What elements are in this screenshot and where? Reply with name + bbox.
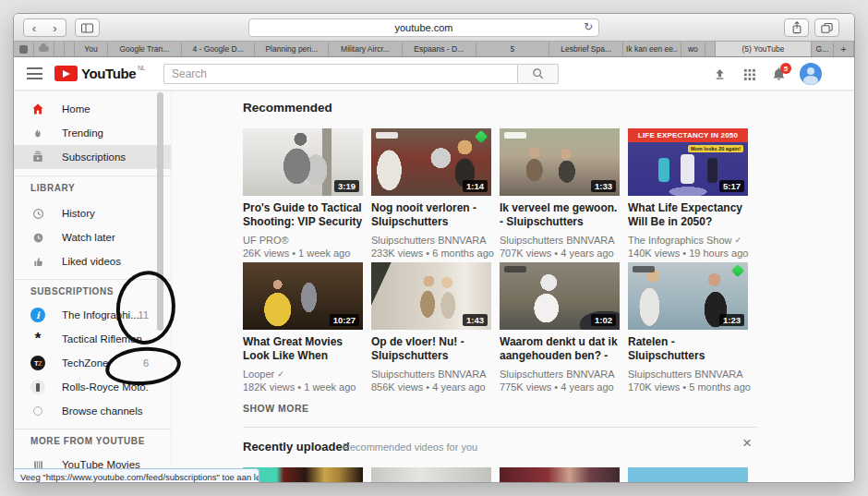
tab[interactable]: Espaans - D... bbox=[403, 42, 476, 56]
tab-blank[interactable] bbox=[65, 42, 75, 56]
section-title: Recommended bbox=[243, 101, 332, 115]
pinned-tab[interactable] bbox=[14, 42, 34, 56]
video-card[interactable]: 1:14 Nog nooit verloren - Sluipschutters… bbox=[371, 128, 491, 259]
show-more-button[interactable]: SHOW MORE bbox=[243, 403, 309, 414]
sidebar-toggle-button[interactable] bbox=[75, 18, 100, 37]
video-title[interactable]: Pro's Guide to Tactical Shooting: VIP Se… bbox=[243, 201, 363, 229]
youtube-header: YouTube NL 5 bbox=[14, 57, 854, 91]
apps-button[interactable] bbox=[741, 67, 757, 81]
more-from-youtube-heading: MORE FROM YOUTUBE bbox=[30, 436, 145, 446]
video-title[interactable]: What Life Expectancy Will Be in 2050? bbox=[628, 201, 748, 229]
clock-icon bbox=[30, 230, 45, 245]
search-button[interactable] bbox=[518, 64, 559, 84]
tab[interactable]: Lesbrief Spa... bbox=[549, 42, 623, 56]
sidebar-item-watch-later[interactable]: Watch later bbox=[14, 225, 171, 249]
video-thumbnail[interactable]: 10:27 bbox=[243, 262, 363, 330]
video-card[interactable] bbox=[371, 467, 491, 483]
video-card[interactable]: 1:23 Ratelen - Sluipschutters Sluipschut… bbox=[628, 262, 748, 393]
history-icon bbox=[30, 206, 45, 221]
notifications-button[interactable]: 5 bbox=[770, 67, 787, 81]
video-thumbnail[interactable]: 1:14 bbox=[371, 128, 491, 196]
tab[interactable]: G... bbox=[812, 42, 834, 56]
sidebar-item-browse-channels[interactable]: Browse channels bbox=[14, 399, 171, 423]
video-thumbnail-partial[interactable] bbox=[371, 467, 491, 483]
sidebar-item-history[interactable]: History bbox=[14, 201, 171, 225]
video-channel[interactable]: Looper✓ bbox=[243, 369, 363, 380]
tab[interactable]: wo bbox=[681, 42, 705, 56]
video-card[interactable] bbox=[243, 467, 363, 483]
tab[interactable]: Military Aircr... bbox=[329, 42, 403, 56]
new-tab-button[interactable]: + bbox=[834, 42, 854, 56]
pinned-tab-favicon bbox=[19, 45, 28, 54]
avatar-head-icon bbox=[807, 67, 814, 75]
video-title[interactable]: Ik verveel me gewoon. - Sluipschutters bbox=[500, 201, 620, 229]
sidebar-item-home[interactable]: Home bbox=[14, 97, 171, 121]
tab[interactable]: You bbox=[75, 42, 108, 56]
search-input[interactable] bbox=[163, 64, 518, 84]
video-thumbnail[interactable]: 3:19 bbox=[243, 128, 363, 196]
video-card[interactable]: 1:43 Op de vloer! Nu! - Sluipschutters S… bbox=[371, 262, 491, 393]
video-channel[interactable]: Sluipschutters BNNVARA bbox=[500, 369, 620, 380]
video-title[interactable]: Nog nooit verloren - Sluipschutters bbox=[371, 201, 491, 229]
tab[interactable]: Ik kan een ee.. bbox=[623, 42, 681, 56]
dismiss-section-button[interactable]: × bbox=[742, 434, 752, 453]
url-text: youtube.com bbox=[395, 22, 453, 33]
upload-button[interactable] bbox=[711, 67, 728, 81]
thumbnail-logo bbox=[504, 266, 526, 272]
pinned-tab[interactable] bbox=[34, 42, 54, 56]
tab[interactable]: 4 - Google D... bbox=[182, 42, 256, 56]
video-thumbnail[interactable]: LIFE EXPECTANCY IN 2050 Mom looks 20 aga… bbox=[628, 128, 748, 196]
video-card[interactable]: 3:19 Pro's Guide to Tactical Shooting: V… bbox=[243, 128, 363, 259]
video-row bbox=[243, 467, 748, 483]
tab[interactable]: Google Tran... bbox=[108, 42, 182, 56]
menu-icon[interactable] bbox=[27, 67, 42, 79]
video-channel[interactable]: Sluipschutters BNNVARA bbox=[371, 369, 491, 380]
video-meta: 775K views • 4 years ago bbox=[500, 381, 620, 393]
reload-icon[interactable]: ↻ bbox=[584, 20, 593, 33]
video-card[interactable]: 1:02 Waarom denkt u dat ik aangehouden b… bbox=[500, 262, 620, 393]
main-feed: Recommended 3:19 Pro's Guide to Tactical… bbox=[171, 91, 854, 482]
library-heading: LIBRARY bbox=[30, 183, 75, 193]
forward-button[interactable]: › bbox=[44, 18, 66, 37]
back-button[interactable]: ‹ bbox=[23, 18, 45, 37]
video-thumbnail-partial[interactable] bbox=[243, 467, 363, 483]
video-title[interactable]: Op de vloer! Nu! - Sluipschutters bbox=[371, 335, 491, 363]
video-title[interactable]: What Great Movies Look Like When Special… bbox=[243, 335, 363, 363]
address-bar[interactable]: youtube.com ↻ bbox=[248, 18, 599, 37]
video-channel[interactable]: Sluipschutters BNNVARA bbox=[628, 369, 748, 380]
video-card[interactable]: LIFE EXPECTANCY IN 2050 Mom looks 20 aga… bbox=[628, 128, 748, 259]
status-bar: Veeg "https://www.youtube.com/feed/subsc… bbox=[14, 468, 259, 483]
share-button[interactable] bbox=[784, 18, 809, 37]
sidebar-item-liked-videos[interactable]: Liked videos bbox=[14, 249, 171, 273]
tab-overview-button[interactable] bbox=[814, 18, 839, 37]
video-thumbnail-partial[interactable] bbox=[500, 467, 620, 483]
tabs-overview-icon bbox=[820, 21, 834, 34]
video-channel[interactable]: UF PRO® bbox=[243, 235, 363, 246]
bnnvara-badge-icon bbox=[475, 130, 488, 143]
tab[interactable]: 5 bbox=[476, 42, 550, 56]
tab-active-youtube[interactable]: (5) YouTube bbox=[716, 42, 812, 56]
video-card[interactable] bbox=[628, 467, 748, 483]
video-title[interactable]: Waarom denkt u dat ik aangehouden ben? - bbox=[500, 335, 620, 363]
video-thumbnail[interactable]: 1:33 bbox=[500, 128, 620, 196]
tab-blank[interactable] bbox=[54, 42, 65, 56]
account-avatar[interactable] bbox=[800, 63, 822, 85]
video-card[interactable]: 1:33 Ik verveel me gewoon. - Sluipschutt… bbox=[500, 128, 620, 259]
video-thumbnail[interactable]: 1:23 bbox=[628, 262, 748, 330]
video-channel[interactable]: Sluipschutters BNNVARA bbox=[500, 235, 620, 246]
video-card[interactable] bbox=[500, 467, 620, 483]
video-title[interactable]: Ratelen - Sluipschutters bbox=[628, 335, 748, 363]
video-card[interactable]: 10:27 What Great Movies Look Like When S… bbox=[243, 262, 363, 393]
video-thumbnail-partial[interactable] bbox=[628, 467, 748, 483]
video-meta: 182K views • 1 week ago bbox=[243, 381, 363, 393]
video-thumbnail[interactable]: 1:43 bbox=[371, 262, 491, 330]
tab-blank[interactable] bbox=[705, 42, 716, 56]
video-thumbnail[interactable]: 1:02 bbox=[500, 262, 620, 330]
video-channel[interactable]: Sluipschutters BNNVARA bbox=[371, 235, 491, 246]
video-channel[interactable]: The Infographics Show✓ bbox=[628, 235, 748, 246]
sidebar-item-trending[interactable]: Trending bbox=[14, 121, 171, 145]
sidebar-item-subscriptions[interactable]: Subscriptions bbox=[14, 145, 171, 169]
thumbnail-logo bbox=[504, 132, 526, 139]
youtube-logo[interactable]: YouTube NL bbox=[54, 65, 145, 82]
tab[interactable]: Planning peri... bbox=[255, 42, 329, 56]
